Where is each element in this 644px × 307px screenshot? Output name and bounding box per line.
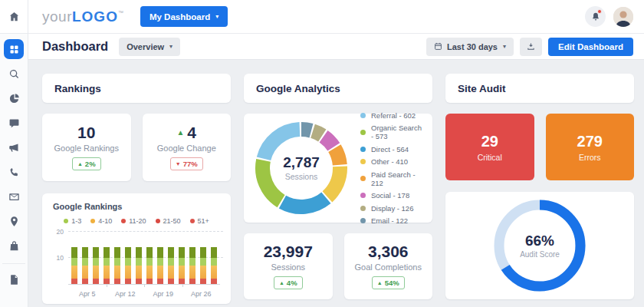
bar-segment-dark-green xyxy=(125,247,131,258)
legend-label: Display - 126 xyxy=(371,204,413,213)
bar-segment-orange xyxy=(136,266,142,279)
user-avatar[interactable] xyxy=(613,7,633,27)
sidebar-item-phone[interactable] xyxy=(4,162,24,182)
bar-segment-red xyxy=(104,279,110,284)
bar-segment-orange xyxy=(93,266,99,279)
stacked-bar xyxy=(82,247,88,284)
bar-segment-light-green xyxy=(71,258,77,266)
legend-label: Direct - 564 xyxy=(371,145,409,154)
audit-tiles: 29Critical279Errors xyxy=(445,114,634,180)
stat-value: 10 xyxy=(77,124,95,140)
legend-dot xyxy=(121,219,126,223)
bar-segment-red xyxy=(114,279,120,284)
site-audit-title: Site Audit xyxy=(458,83,506,94)
sidebar-item-search[interactable] xyxy=(4,64,24,84)
bar-segment-light-green xyxy=(82,258,88,266)
sidebar-item-chat-bubble[interactable] xyxy=(4,113,24,133)
page-header-bar: Dashboard Overview ▾ Last 30 days ▾ Edit… xyxy=(28,34,644,60)
change-badge: ▼77% xyxy=(170,157,203,170)
app-window: yourLOGO™ My Dashboard ▾ xyxy=(0,0,644,307)
top-bar: yourLOGO™ My Dashboard ▾ xyxy=(28,0,644,34)
bar-segment-dark-green xyxy=(200,247,206,258)
bar-segment-red xyxy=(71,279,77,284)
notifications-button[interactable] xyxy=(585,6,606,27)
download-button[interactable] xyxy=(520,38,542,56)
legend-label: Paid Search - 212 xyxy=(371,170,422,187)
legend-label: Referral - 602 xyxy=(371,111,416,120)
view-selector-dropdown[interactable]: Overview ▾ xyxy=(119,38,180,56)
dashboard-grid-icon xyxy=(8,44,20,55)
audit-tile-label: Errors xyxy=(579,153,601,162)
change-badge: ▲2% xyxy=(72,157,101,170)
sidebar-item-pie-chart[interactable] xyxy=(4,88,24,108)
audit-score-ring: 66% Audit Score xyxy=(491,196,589,295)
legend-item: 51+ xyxy=(190,217,209,225)
legend-label: Other - 410 xyxy=(371,157,408,166)
sidebar-item-dashboard-grid[interactable] xyxy=(4,39,24,59)
legend-dot xyxy=(360,159,366,164)
edit-dashboard-button[interactable]: Edit Dashboard xyxy=(548,38,633,56)
sidebar-item-megaphone[interactable] xyxy=(4,137,24,157)
sidebar-item-mail[interactable] xyxy=(4,187,24,206)
stat-card: 3,306Goal Completions▲54% xyxy=(344,233,433,299)
stat-card: ▲4Google Change▼77% xyxy=(143,114,232,181)
stacked-bar xyxy=(146,247,153,284)
chart-legend: 1-34-1011-2021-5051+ xyxy=(53,217,220,225)
bar-segment-red xyxy=(93,279,99,284)
sessions-donut-card: 2,787 Sessions Referral - 602Organic Sea… xyxy=(244,114,432,223)
sidebar-item-location-pin[interactable] xyxy=(4,211,24,231)
stacked-bar xyxy=(168,247,174,284)
bar-segment-light-green xyxy=(136,258,142,266)
legend-dot xyxy=(360,218,366,223)
pie-chart-icon xyxy=(8,93,20,104)
sidebar-item-home[interactable] xyxy=(0,0,28,34)
bar-segment-orange xyxy=(189,266,196,279)
view-selector-label: Overview xyxy=(127,42,164,51)
rankings-title: Rankings xyxy=(54,83,101,94)
bar-segment-orange xyxy=(211,266,217,279)
bar-segment-dark-green xyxy=(146,247,153,258)
y-tick-label: 10 xyxy=(53,254,64,262)
stat-label: Google Change xyxy=(157,144,216,153)
site-audit-header: Site Audit xyxy=(445,74,634,103)
stat-label: Goal Completions xyxy=(355,262,422,272)
bar-segment-orange xyxy=(157,266,163,279)
legend-dot xyxy=(64,219,68,223)
trend-up-icon: ▲ xyxy=(77,161,83,167)
topbar-actions xyxy=(585,6,633,27)
my-dashboard-button[interactable]: My Dashboard ▾ xyxy=(140,6,228,27)
calendar-icon xyxy=(434,42,442,51)
stat-label: Google Rankings xyxy=(54,144,119,153)
logo-main: LOGO xyxy=(72,8,118,25)
sidebar xyxy=(0,0,28,307)
bar-segment-dark-green xyxy=(157,247,163,258)
stacked-bar-plot: 1020 xyxy=(68,233,220,285)
x-axis-tick xyxy=(107,284,107,287)
x-axis-label: Apr 12 xyxy=(107,290,145,298)
audit-score-card: 66% Audit Score xyxy=(445,192,634,299)
bar-segment-dark-green xyxy=(179,247,185,258)
sidebar-item-shopping-bag[interactable] xyxy=(4,236,24,256)
stacked-bar xyxy=(211,247,217,284)
legend-label: Social - 178 xyxy=(371,191,409,200)
legend-dot xyxy=(360,130,366,135)
bar-segment-dark-green xyxy=(136,247,142,258)
traffic-legend-item: Display - 126 xyxy=(360,204,422,213)
bar-segment-light-green xyxy=(168,258,174,266)
my-dashboard-label: My Dashboard xyxy=(150,12,210,21)
traffic-legend-item: Paid Search - 212 xyxy=(360,170,422,187)
chevron-down-icon: ▾ xyxy=(503,44,506,50)
audit-tile-value: 279 xyxy=(577,133,603,150)
audit-tile-errors: 279Errors xyxy=(546,114,635,180)
bar-segment-dark-green xyxy=(211,247,217,258)
chevron-down-icon: ▾ xyxy=(215,14,219,20)
x-axis-tick xyxy=(144,284,145,287)
legend-item: 21-50 xyxy=(156,217,181,225)
sidebar-item-document[interactable] xyxy=(2,263,25,289)
logo[interactable]: yourLOGO™ xyxy=(42,8,123,25)
legend-dot xyxy=(360,113,366,118)
bar-segment-light-green xyxy=(93,258,99,266)
date-range-button[interactable]: Last 30 days ▾ xyxy=(426,38,514,56)
legend-dot xyxy=(360,176,366,181)
bar-segment-red xyxy=(82,279,88,284)
